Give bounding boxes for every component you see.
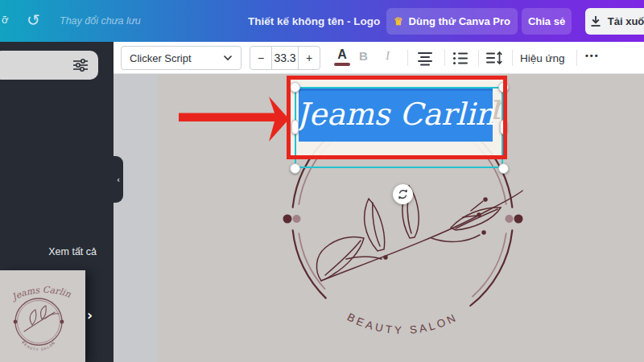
share-label: Chia sẻ: [528, 15, 565, 27]
red-annotation-rectangle: [287, 76, 507, 159]
toolbar-separator: [512, 50, 513, 66]
collapse-panel-tab[interactable]: ‹: [114, 156, 123, 203]
collapse-chevron-icon: ‹: [117, 175, 120, 184]
font-family-select[interactable]: Clicker Script: [121, 46, 242, 70]
bullet-list-icon[interactable]: [452, 50, 469, 66]
design-canvas: BEAUTY SALON Jeams Carlin Jeams Carlin: [114, 74, 644, 362]
download-label: Tải xuống: [608, 15, 644, 27]
toolbar-separator: [478, 50, 479, 66]
text-color-label: A: [332, 47, 353, 62]
bold-button[interactable]: B: [359, 49, 368, 63]
decrease-font-size-button[interactable]: −: [250, 47, 272, 69]
see-all-link[interactable]: Xem tất cả: [48, 246, 97, 257]
font-size-value[interactable]: 33.3: [272, 47, 298, 69]
selection-handle-bottom-left[interactable]: [290, 163, 300, 174]
template-thumbnail[interactable]: Jeams Carlin BEAUTY SALON: [0, 270, 85, 362]
text-color-button[interactable]: A: [332, 47, 353, 68]
text-toolbar: Clicker Script − 33.3 + A B I: [114, 42, 644, 74]
thumbnail-logo-preview: Jeams Carlin BEAUTY SALON: [0, 270, 85, 362]
design-title[interactable]: Thiết kế không tên - Logo: [248, 15, 380, 27]
left-sidebar: Xem tất cả Jeams Carlin: [0, 42, 114, 362]
rotate-handle[interactable]: [393, 184, 413, 204]
effects-button[interactable]: Hiệu ứng: [520, 52, 565, 64]
toolbar-separator: [407, 50, 408, 66]
rotate-icon: [396, 187, 410, 201]
try-pro-label: Dùng thử Canva Pro: [409, 15, 510, 27]
toolbar-separator: [444, 50, 445, 66]
download-button[interactable]: Tải xuống: [585, 8, 644, 35]
crown-icon: ♛: [394, 16, 403, 27]
align-center-icon[interactable]: [417, 50, 433, 66]
more-options-icon[interactable]: •••: [585, 51, 600, 60]
share-button[interactable]: Chia sẻ: [522, 8, 572, 35]
filter-sliders-icon: [72, 57, 89, 73]
unsaved-changes-status: Thay đổi chưa lưu: [60, 15, 141, 27]
try-canva-pro-button[interactable]: ♛ Dùng thử Canva Pro: [386, 8, 518, 35]
download-icon: [590, 15, 601, 27]
italic-button[interactable]: I: [386, 49, 390, 63]
chevron-down-icon: [223, 55, 233, 61]
top-bar: ỡ ↺ Thay đổi chưa lưu Thiết kế không tên…: [0, 0, 644, 42]
increase-font-size-button[interactable]: +: [298, 47, 320, 69]
template-search-bar[interactable]: [0, 51, 98, 80]
selection-handle-bottom-right[interactable]: [498, 163, 509, 174]
canva-editor: ỡ ↺ Thay đổi chưa lưu Thiết kế không tên…: [0, 0, 644, 362]
font-size-stepper: − 33.3 +: [250, 46, 320, 70]
font-family-value: Clicker Script: [130, 52, 223, 64]
next-page-chevron-icon[interactable]: ›: [87, 307, 93, 323]
toolbar-separator: [576, 50, 577, 66]
text-color-swatch: [334, 63, 350, 66]
clipped-menu-label[interactable]: ỡ: [2, 14, 9, 26]
line-spacing-icon[interactable]: [486, 50, 502, 66]
undo-icon[interactable]: ↺: [27, 10, 40, 31]
